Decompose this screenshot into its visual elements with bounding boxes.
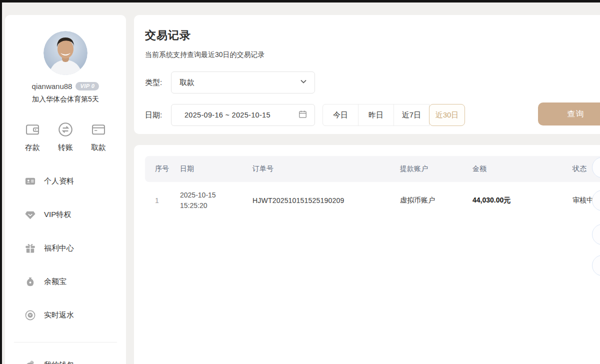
column-header-order: 订单号 (252, 164, 400, 174)
cell-date-time: 15:25:20 (180, 202, 208, 210)
sidebar-item-wallet[interactable]: 我的钱包 (5, 358, 126, 364)
quick-action-withdraw[interactable]: 取款 (84, 121, 113, 152)
sidebar-item-rebate[interactable]: 实时返水 (5, 308, 126, 322)
money-pouch-icon (24, 276, 36, 288)
range-yesterday-button[interactable]: 昨日 (358, 104, 394, 126)
cell-date: 2025-10-15 15:25:20 (180, 190, 252, 211)
sidebar-item-label: 个人资料 (44, 176, 74, 186)
chevron-down-icon (300, 78, 308, 88)
range-30days-button[interactable]: 近30日 (429, 104, 465, 126)
quick-action-deposit[interactable]: 存款 (18, 121, 47, 152)
id-card-icon (24, 175, 36, 187)
range-today-button[interactable]: 今日 (322, 104, 358, 126)
join-days-text: 加入华体会体育第5天 (5, 95, 126, 104)
transaction-table-card: 序号 日期 订单号 提款账户 金额 状态 1 2025-10-15 15:25:… (134, 145, 600, 364)
range-7days-button[interactable]: 近7日 (394, 104, 430, 126)
type-select-value: 取款 (180, 78, 194, 88)
cell-order-number: HJWT202510151525190209 (252, 196, 400, 204)
sidebar-menu: 个人资料 VIP特权 福利中心 (5, 174, 126, 322)
sidebar-item-label: 我的钱包 (44, 360, 74, 364)
sidebar-item-profile[interactable]: 个人资料 (5, 174, 126, 188)
sidebar-item-label: 余额宝 (44, 277, 66, 286)
bank-card-icon (90, 121, 106, 138)
column-header-index: 序号 (155, 164, 180, 174)
cell-amount: 44,030.00元 (472, 196, 572, 205)
cell-account: 虚拟币账户 (400, 196, 472, 205)
sidebar-item-yuebao[interactable]: 余额宝 (5, 275, 126, 288)
cell-index: 1 (155, 196, 180, 204)
window-edge-top (0, 0, 600, 2)
sidebar-item-vip[interactable]: VIP特权 (5, 208, 126, 221)
type-filter-row: 类型: 取款 (145, 72, 600, 94)
piggy-bank-icon (24, 359, 36, 364)
vip-badge: VIP 0 (76, 82, 99, 90)
search-button[interactable]: 查询 (538, 102, 600, 126)
transaction-filter-card: 交易记录 当前系统支持查询最近30日的交易记录 类型: 取款 日期: 2025-… (134, 15, 600, 134)
sidebar-divider (14, 342, 117, 342)
transfer-icon (57, 121, 74, 138)
column-header-amount: 金额 (472, 164, 572, 174)
date-range-value: 2025-09-16 ~ 2025-10-15 (184, 111, 270, 119)
profile-sidebar: qianwanu88 VIP 0 加入华体会体育第5天 存款 转账 (5, 15, 126, 364)
avatar (44, 31, 88, 75)
sidebar-item-label: 福利中心 (44, 244, 74, 253)
quick-actions: 存款 转账 取款 (5, 121, 126, 152)
table-row: 1 2025-10-15 15:25:20 HJWT20251015152519… (145, 185, 600, 216)
column-header-date: 日期 (180, 164, 252, 174)
calendar-icon (298, 110, 308, 121)
quick-action-transfer[interactable]: 转账 (51, 121, 80, 152)
wallet-icon (24, 121, 40, 138)
table-header: 序号 日期 订单号 提款账户 金额 状态 (145, 156, 600, 182)
quick-action-label: 转账 (58, 143, 73, 152)
quick-action-label: 取款 (91, 143, 106, 152)
cell-date-day: 2025-10-15 (180, 191, 216, 199)
vip-gem-icon (24, 208, 36, 220)
date-range-presets: 今日 昨日 近7日 近30日 (322, 104, 465, 126)
page-title: 交易记录 (145, 28, 600, 43)
rebate-coin-icon (24, 309, 36, 321)
window-edge-left (0, 0, 2, 364)
date-range-input[interactable]: 2025-09-16 ~ 2025-10-15 (171, 104, 315, 126)
gift-icon (24, 242, 36, 254)
username: qianwanu88 (32, 82, 72, 90)
type-label: 类型: (145, 78, 171, 88)
sidebar-item-label: VIP特权 (44, 210, 71, 220)
sidebar-item-label: 实时返水 (44, 310, 74, 320)
sidebar-item-benefits[interactable]: 福利中心 (5, 242, 126, 254)
column-header-account: 提款账户 (400, 164, 472, 174)
date-label: 日期: (145, 110, 171, 120)
page-subtitle: 当前系统支持查询最近30日的交易记录 (145, 50, 600, 60)
date-filter-row: 日期: 2025-09-16 ~ 2025-10-15 今日 昨日 近7日 近3… (145, 104, 600, 126)
type-select[interactable]: 取款 (171, 72, 315, 94)
quick-action-label: 存款 (25, 143, 40, 152)
